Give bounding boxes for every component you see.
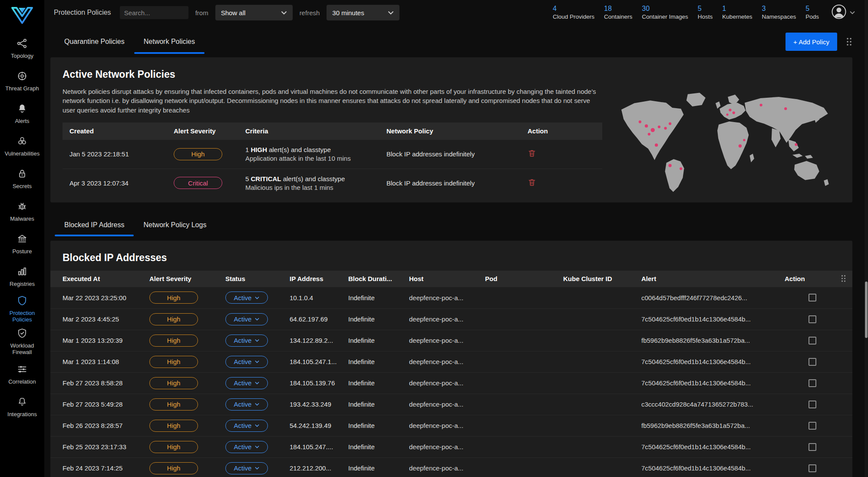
executed-at-cell: Feb 26 2023 8:28:57 xyxy=(63,422,149,429)
row-checkbox[interactable] xyxy=(809,294,816,301)
row-checkbox[interactable] xyxy=(809,379,816,387)
app-window: Topology Threat Graph Alerts Vulnerabili… xyxy=(0,0,868,477)
stat-pods[interactable]: 5 Pods xyxy=(805,5,819,20)
status-dropdown[interactable]: Active xyxy=(225,377,268,389)
status-cell: Active xyxy=(225,377,290,389)
table-row: Feb 27 2023 5:49:28 High Active 193.42. xyxy=(50,394,852,415)
sidebar-item-protection-policies[interactable]: Protection Policies xyxy=(0,293,44,325)
stat-namespaces[interactable]: 3 Namespaces xyxy=(762,5,796,20)
stat-containers[interactable]: 18 Containers xyxy=(604,5,632,20)
policies-table: Created Alert Severity Criteria Network … xyxy=(63,123,602,197)
status-dropdown[interactable]: Active xyxy=(225,292,268,304)
status-label: Active xyxy=(234,422,252,429)
status-dropdown[interactable]: Active xyxy=(225,462,268,474)
sidebar-item-workload-firewall[interactable]: Workload Firewall xyxy=(0,325,44,358)
page-title: Protection Policies xyxy=(54,9,111,17)
sidebar-item-posture[interactable]: Posture xyxy=(0,228,44,260)
row-checkbox[interactable] xyxy=(809,401,816,408)
column-header-status[interactable]: Status xyxy=(225,275,290,282)
deepfence-logo[interactable] xyxy=(11,5,33,26)
sidebar-item-correlation[interactable]: Correlation xyxy=(0,358,44,391)
chevron-down-icon xyxy=(255,403,259,406)
row-checkbox[interactable] xyxy=(809,464,816,472)
status-dropdown[interactable]: Active xyxy=(225,441,268,453)
status-cell: Active xyxy=(225,335,290,347)
stat-hosts[interactable]: 5 Hosts xyxy=(698,5,713,20)
main-area: Protection Policies from Show all refres… xyxy=(44,0,868,477)
stat-container-images[interactable]: 30 Container Images xyxy=(642,5,688,20)
column-header-action[interactable]: Action xyxy=(785,275,840,282)
status-dropdown[interactable]: Active xyxy=(225,356,268,368)
grid-menu-icon[interactable] xyxy=(841,274,846,285)
row-checkbox[interactable] xyxy=(809,443,816,451)
status-dropdown[interactable]: Active xyxy=(225,335,268,347)
grid-menu-icon[interactable] xyxy=(846,37,852,46)
sidebar-item-secrets[interactable]: Secrets xyxy=(0,162,44,195)
status-label: Active xyxy=(234,401,252,408)
status-cell: Active xyxy=(225,462,290,474)
sidebar-item-label: Secrets xyxy=(11,183,33,190)
action-cell xyxy=(785,294,840,301)
scrollbar[interactable] xyxy=(865,0,868,477)
column-header-ip-address[interactable]: IP Address xyxy=(290,275,348,282)
column-header-alert-severity[interactable]: Alert Severity xyxy=(174,127,245,135)
sidebar-item-integrations[interactable]: Integrations xyxy=(0,391,44,423)
column-header-created[interactable]: Created xyxy=(69,127,174,135)
action-cell xyxy=(785,337,840,344)
tab-blocked-ip-address[interactable]: Blocked IP Address xyxy=(55,214,134,236)
column-header-alert[interactable]: Alert xyxy=(641,275,785,282)
sidebar-item-alerts[interactable]: Alerts xyxy=(0,97,44,130)
column-header-alert-severity[interactable]: Alert Severity xyxy=(149,275,225,282)
column-header-network-policy[interactable]: Network Policy xyxy=(386,127,528,135)
column-header-host[interactable]: Host xyxy=(409,275,485,282)
add-policy-button[interactable]: + Add Policy xyxy=(785,33,837,51)
trash-icon xyxy=(528,178,536,187)
status-dropdown[interactable]: Active xyxy=(225,398,268,411)
policy-tabs-row: Quarantine Policies Network Policies + A… xyxy=(50,30,852,54)
column-header-criteria[interactable]: Criteria xyxy=(245,127,386,135)
sidebar-item-threat-graph[interactable]: Threat Graph xyxy=(0,65,44,97)
bell-icon xyxy=(17,103,28,116)
stat-cloud-providers[interactable]: 4 Cloud Providers xyxy=(553,5,594,20)
chevron-down-icon xyxy=(388,11,394,15)
status-dropdown[interactable]: Active xyxy=(225,313,268,325)
tab-quarantine-policies[interactable]: Quarantine Policies xyxy=(55,30,134,54)
column-header-kube-cluster-id[interactable]: Kube Cluster ID xyxy=(563,275,641,282)
status-dropdown[interactable]: Active xyxy=(225,420,268,432)
sidebar-item-malwares[interactable]: Malwares xyxy=(0,195,44,228)
sidebar-item-vulnerabilities[interactable]: Vulnerabilities xyxy=(0,130,44,162)
user-menu[interactable] xyxy=(831,4,855,21)
scope-select[interactable]: Show all xyxy=(215,5,293,20)
column-header-action[interactable]: Action xyxy=(528,127,595,135)
stat-value: 18 xyxy=(604,5,632,12)
row-checkbox[interactable] xyxy=(809,358,816,366)
alert-cell: 7c504625cf6f0ed1b14c1306e4584b... xyxy=(641,443,785,450)
action-cell xyxy=(785,379,840,387)
row-checkbox[interactable] xyxy=(809,337,816,344)
policy-actions: + Add Policy xyxy=(785,33,852,51)
stat-kubernetes[interactable]: 1 Kubernetes xyxy=(722,5,752,20)
chevron-down-icon xyxy=(850,11,855,14)
search-input[interactable] xyxy=(120,6,188,19)
sidebar-item-topology[interactable]: Topology xyxy=(0,32,44,65)
action-cell xyxy=(528,178,595,188)
refresh-select[interactable]: 30 minutes xyxy=(327,5,399,20)
scrollbar-thumb[interactable] xyxy=(865,282,868,338)
delete-policy-button[interactable] xyxy=(528,178,536,187)
row-checkbox[interactable] xyxy=(809,315,816,323)
sidebar-item-registries[interactable]: Registries xyxy=(0,260,44,293)
tab-network-policies[interactable]: Network Policies xyxy=(134,30,205,54)
status-cell: Active xyxy=(225,398,290,411)
severity-cell: High xyxy=(149,356,225,368)
tab-network-policy-logs[interactable]: Network Policy Logs xyxy=(134,214,216,236)
severity-badge: High xyxy=(149,356,198,368)
column-header-pod[interactable]: Pod xyxy=(485,275,563,282)
action-cell xyxy=(785,422,840,430)
column-header-executed-at[interactable]: Executed At xyxy=(63,275,149,282)
threat-graph-icon xyxy=(17,70,28,83)
row-checkbox[interactable] xyxy=(809,422,816,430)
status-cell: Active xyxy=(225,441,290,453)
delete-policy-button[interactable] xyxy=(528,149,536,158)
block-duration-cell: Indefinite xyxy=(348,358,409,365)
column-header-block-durati[interactable]: Block Durati... xyxy=(348,275,409,282)
